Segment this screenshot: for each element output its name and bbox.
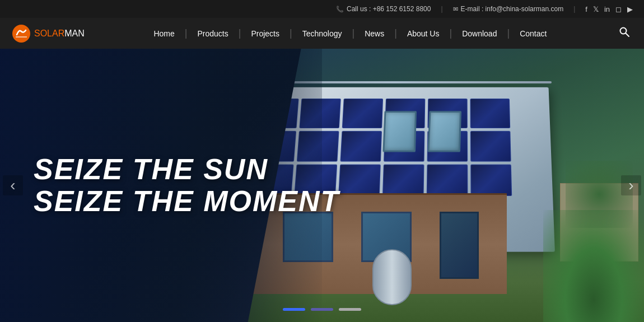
hero-text: SEIZE THE SUN SEIZE THE MOMENT [34,153,339,217]
phone-info: Call us : +86 152 6152 8800 [336,5,431,13]
logo-solar: SOLAR [34,29,64,38]
hero-line2: SEIZE THE MOMENT [34,185,339,217]
nav-technology[interactable]: Technology [292,18,352,49]
logo-man: MAN [64,29,85,38]
mail-icon [453,5,458,13]
slider-dots [283,308,361,311]
dot-2[interactable] [311,308,333,311]
phone-icon [336,5,344,13]
svg-point-0 [12,25,30,43]
logo[interactable]: SOLARMAN [11,24,85,44]
email-text: E-mail : info@china-solarman.com [461,5,564,13]
youtube-icon[interactable]: ▶ [627,5,633,13]
logo-text: SOLARMAN [34,29,85,39]
hero-section: SEIZE THE SUN SEIZE THE MOMENT ‹ › [0,49,644,322]
svg-line-2 [626,34,629,37]
hero-line1: SEIZE THE SUN [34,153,339,185]
logo-icon [11,24,31,44]
dot-1[interactable] [283,308,305,311]
divider-1: | [441,5,442,13]
next-slide-button[interactable]: › [621,175,641,195]
nav-contact[interactable]: Contact [510,18,557,49]
search-button[interactable] [616,24,633,43]
linkedin-icon[interactable]: in [604,5,610,13]
search-icon [619,26,630,38]
prev-slide-button[interactable]: ‹ [3,175,23,195]
nav-products[interactable]: Products [187,18,238,49]
phone-text: Call us : +86 152 6152 8800 [347,5,431,13]
nav-download[interactable]: Download [452,18,507,49]
nav-about[interactable]: About Us [397,18,450,49]
facebook-icon[interactable]: f [585,5,587,13]
nav-bar: SOLARMAN Home | Products | Projects | Te… [0,18,644,49]
instagram-icon[interactable]: ◻ [615,5,622,13]
nav-links: Home | Products | Projects | Technology … [85,18,616,49]
divider-2: | [573,5,575,13]
nav-projects[interactable]: Projects [241,18,290,49]
dot-3[interactable] [339,308,361,311]
top-bar: Call us : +86 152 6152 8800 | E-mail : i… [0,0,644,18]
nav-home[interactable]: Home [143,18,184,49]
social-links: f 𝕏 in ◻ ▶ [585,5,633,13]
email-info: E-mail : info@china-solarman.com [453,5,564,13]
nav-news[interactable]: News [354,18,394,49]
twitter-icon[interactable]: 𝕏 [593,5,599,13]
